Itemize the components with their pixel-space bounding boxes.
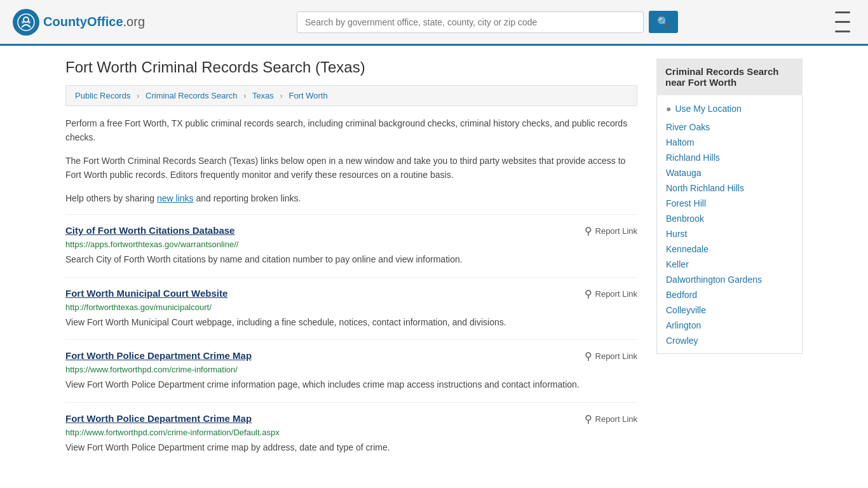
sidebar-link-forest-hill[interactable]: Forest Hill (666, 196, 793, 211)
listing-1: Fort Worth Municipal Court Website ⚲ Rep… (65, 277, 637, 340)
sidebar-link-crowley[interactable]: Crowley (666, 333, 793, 348)
listing-1-url[interactable]: http://fortworthtexas.gov/municipalcourt… (65, 302, 637, 312)
sidebar-header: Criminal Records Search near Fort Worth (656, 58, 803, 95)
description-2: The Fort Worth Criminal Records Search (… (65, 154, 637, 182)
search-button[interactable]: 🔍 (649, 11, 678, 33)
use-my-location[interactable]: ● Use My Location (666, 100, 793, 117)
listing-1-report[interactable]: ⚲ Report Link (585, 288, 637, 300)
sidebar-link-kennedale[interactable]: Kennedale (666, 241, 793, 257)
listing-1-header: Fort Worth Municipal Court Website ⚲ Rep… (65, 288, 637, 300)
sidebar-link-north-richland-hills[interactable]: North Richland Hills (666, 180, 793, 196)
listing-2-url[interactable]: https://www.fortworthpd.com/crime-inform… (65, 365, 637, 374)
use-my-location-label: Use My Location (675, 104, 741, 114)
description-1: Perform a free Fort Worth, TX public cri… (65, 116, 637, 145)
breadcrumb: Public Records › Criminal Records Search… (65, 85, 637, 106)
search-input[interactable] (297, 11, 644, 33)
listing-1-desc: View Fort Worth Municipal Court webpage,… (65, 316, 637, 330)
listing-2-title[interactable]: Fort Worth Police Department Crime Map (65, 350, 252, 361)
sidebar-link-richland-hills[interactable]: Richland Hills (666, 150, 793, 165)
report-icon-3: ⚲ (585, 413, 592, 425)
listing-3-report[interactable]: ⚲ Report Link (585, 413, 637, 425)
hamburger-icon (835, 9, 850, 35)
listing-3: Fort Worth Police Department Crime Map ⚲… (65, 402, 637, 465)
sidebar-link-bedford[interactable]: Bedford (666, 287, 793, 302)
header: CountyOffice.org 🔍 (0, 0, 868, 46)
listing-0-desc: Search City of Forth Worth citations by … (65, 253, 637, 267)
report-icon-0: ⚲ (585, 225, 592, 237)
sidebar-link-dalworthington[interactable]: Dalworthington Gardens (666, 272, 793, 287)
listing-0: City of Fort Worth Citations Database ⚲ … (65, 214, 637, 277)
sidebar-title: Criminal Records Search near Fort Worth (665, 66, 778, 88)
listing-2-desc: View Fort Worth Police Department crime … (65, 378, 637, 392)
listing-3-url[interactable]: http://www.fortworthpd.com/crime-informa… (65, 428, 637, 437)
report-label-1: Report Link (595, 289, 637, 299)
content-area: Fort Worth Criminal Records Search (Texa… (65, 58, 637, 465)
main-container: Fort Worth Criminal Records Search (Texa… (53, 46, 815, 478)
new-links-link[interactable]: new links (157, 193, 194, 203)
sidebar-link-hurst[interactable]: Hurst (666, 226, 793, 241)
description-3: Help others by sharing new links and rep… (65, 191, 637, 205)
logo-icon (13, 9, 39, 36)
listing-2: Fort Worth Police Department Crime Map ⚲… (65, 339, 637, 402)
breadcrumb-public-records[interactable]: Public Records (75, 91, 130, 100)
listing-0-url[interactable]: https://apps.fortworthtexas.gov/warrants… (65, 240, 637, 249)
desc3-suffix: and reporting broken links. (194, 193, 301, 203)
listing-0-title[interactable]: City of Fort Worth Citations Database (65, 225, 234, 236)
listing-2-report[interactable]: ⚲ Report Link (585, 350, 637, 362)
listing-2-header: Fort Worth Police Department Crime Map ⚲… (65, 350, 637, 362)
breadcrumb-fort-worth[interactable]: Fort Worth (288, 91, 327, 100)
sidebar-link-arlington[interactable]: Arlington (666, 318, 793, 333)
listing-3-desc: View Fort Worth Police Department crime … (65, 441, 637, 455)
listing-3-header: Fort Worth Police Department Crime Map ⚲… (65, 413, 637, 425)
sidebar-link-haltom[interactable]: Haltom (666, 135, 793, 150)
report-label-3: Report Link (595, 414, 637, 424)
breadcrumb-sep-3: › (280, 91, 282, 100)
report-icon-2: ⚲ (585, 350, 592, 362)
breadcrumb-criminal-records[interactable]: Criminal Records Search (146, 91, 238, 100)
listing-0-header: City of Fort Worth Citations Database ⚲ … (65, 225, 637, 237)
menu-button[interactable] (830, 6, 855, 37)
search-area: 🔍 (297, 11, 678, 33)
breadcrumb-sep-2: › (243, 91, 246, 100)
breadcrumb-texas[interactable]: Texas (252, 91, 274, 100)
report-label-2: Report Link (595, 351, 637, 361)
search-icon: 🔍 (657, 17, 670, 27)
sidebar: Criminal Records Search near Fort Worth … (656, 58, 803, 465)
sidebar-link-colleyville[interactable]: Colleyville (666, 302, 793, 318)
sidebar-link-keller[interactable]: Keller (666, 257, 793, 272)
listing-1-title[interactable]: Fort Worth Municipal Court Website (65, 288, 227, 299)
breadcrumb-sep-1: › (137, 91, 139, 100)
listing-3-title[interactable]: Fort Worth Police Department Crime Map (65, 413, 252, 424)
listing-0-report[interactable]: ⚲ Report Link (585, 225, 637, 237)
report-icon-1: ⚲ (585, 288, 592, 300)
sidebar-link-benbrook[interactable]: Benbrook (666, 211, 793, 226)
location-pin-icon: ● (666, 104, 671, 114)
report-label-0: Report Link (595, 226, 637, 236)
svg-point-2 (22, 21, 24, 24)
page-title: Fort Worth Criminal Records Search (Texa… (65, 58, 637, 76)
logo-text[interactable]: CountyOffice.org (43, 15, 145, 29)
desc3-prefix: Help others by sharing (65, 193, 157, 203)
logo-area: CountyOffice.org (13, 9, 145, 36)
sidebar-content: ● Use My Location River Oaks Haltom Rich… (656, 95, 803, 354)
sidebar-link-river-oaks[interactable]: River Oaks (666, 119, 793, 135)
sidebar-link-watauga[interactable]: Watauga (666, 165, 793, 180)
svg-point-3 (28, 21, 31, 24)
listings: City of Fort Worth Citations Database ⚲ … (65, 214, 637, 465)
